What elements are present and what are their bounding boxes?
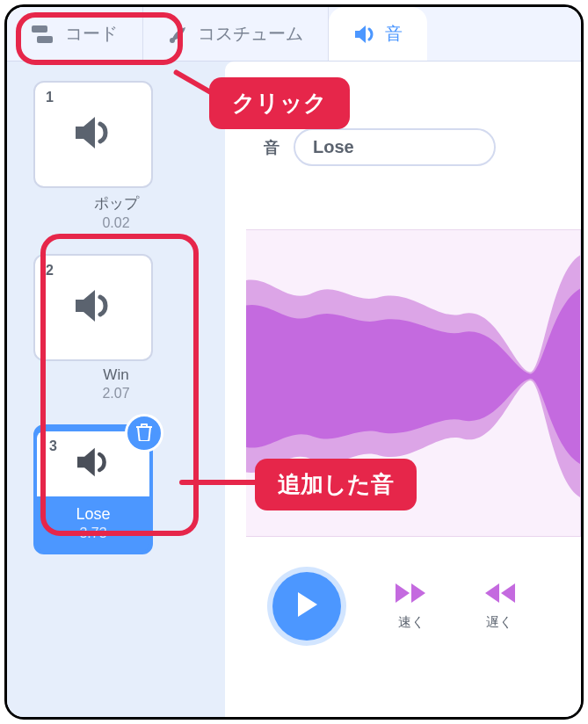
rewind-icon bbox=[482, 582, 517, 607]
play-icon bbox=[294, 590, 319, 622]
sound-item[interactable]: 2 Win 2.07 bbox=[33, 254, 199, 402]
sound-name: ポップ bbox=[33, 193, 199, 214]
svg-rect-0 bbox=[32, 25, 47, 33]
paintbrush-icon bbox=[168, 24, 189, 45]
sound-name-input[interactable] bbox=[294, 128, 496, 166]
fast-forward-icon bbox=[394, 582, 429, 607]
sound-duration: 3.73 bbox=[76, 525, 110, 541]
sound-index: 3 bbox=[49, 438, 57, 454]
sound-name: Win bbox=[33, 366, 199, 384]
code-blocks-icon bbox=[32, 24, 56, 45]
faster-label: 速く bbox=[398, 614, 425, 631]
delete-sound-button[interactable] bbox=[125, 414, 163, 452]
tab-costumes-label: コスチューム bbox=[198, 22, 303, 46]
sound-editor: 音 速く bbox=[225, 62, 581, 717]
sound-index: 2 bbox=[46, 263, 54, 279]
slower-button[interactable]: 遅く bbox=[482, 582, 517, 631]
svg-rect-1 bbox=[37, 36, 53, 43]
annotation-click: クリック bbox=[209, 77, 350, 129]
sound-name: Lose bbox=[76, 505, 110, 524]
faster-button[interactable]: 速く bbox=[394, 582, 429, 631]
tab-costumes[interactable]: コスチューム bbox=[143, 7, 329, 61]
tab-code-label: コード bbox=[65, 22, 118, 46]
tab-code[interactable]: コード bbox=[7, 7, 143, 61]
play-button[interactable] bbox=[272, 572, 341, 641]
sound-item-selected[interactable]: 3 Lose 3.73 bbox=[33, 424, 199, 554]
sound-list-sidebar: 1 ポップ 0.02 2 Wi bbox=[7, 62, 225, 717]
sound-duration: 2.07 bbox=[33, 386, 199, 402]
tab-bar: コード コスチューム 音 bbox=[7, 7, 581, 62]
speaker-icon bbox=[74, 446, 113, 481]
speaker-icon bbox=[72, 115, 114, 154]
slower-label: 遅く bbox=[486, 614, 512, 631]
sound-name-label: 音 bbox=[264, 137, 279, 158]
speaker-icon bbox=[353, 24, 376, 45]
annotation-leader bbox=[179, 480, 258, 485]
annotation-added-sound: 追加した音 bbox=[255, 459, 417, 510]
sound-duration: 0.02 bbox=[33, 215, 199, 231]
speaker-icon bbox=[72, 288, 114, 327]
tab-sounds-label: 音 bbox=[385, 22, 403, 46]
sound-index: 1 bbox=[46, 90, 54, 105]
trash-icon bbox=[135, 422, 153, 445]
tab-sounds[interactable]: 音 bbox=[329, 7, 427, 61]
sound-item[interactable]: 1 ポップ 0.02 bbox=[33, 81, 199, 231]
svg-point-2 bbox=[170, 38, 175, 43]
